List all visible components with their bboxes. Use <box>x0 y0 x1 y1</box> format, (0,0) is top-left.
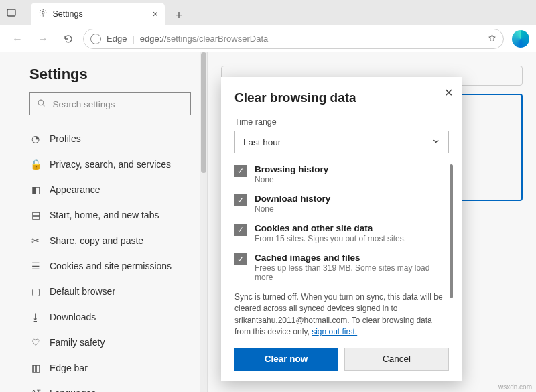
family-icon: ♡ <box>29 337 42 348</box>
sidebar-item-edge-bar[interactable]: ▥Edge bar <box>29 355 191 381</box>
sidebar-item-label: Share, copy and paste <box>50 235 143 246</box>
sidebar-item-default-browser[interactable]: ▢Default browser <box>29 279 191 304</box>
search-icon <box>37 99 46 110</box>
dialog-title: Clear browsing data <box>234 90 449 105</box>
data-type-title: Browsing history <box>255 164 328 174</box>
sidebar-item-label: Languages <box>50 388 96 392</box>
search-placeholder: Search settings <box>53 99 115 109</box>
sidebar-item-downloads[interactable]: ⭳Downloads <box>29 304 191 330</box>
close-dialog-button[interactable]: ✕ <box>444 86 453 99</box>
edgebar-icon: ▥ <box>29 363 42 373</box>
user-icon: ◔ <box>29 133 42 144</box>
clear-now-button[interactable]: Clear now <box>234 348 338 371</box>
data-type-desc: None <box>255 175 328 184</box>
time-range-label: Time range <box>234 117 449 127</box>
dialog-scrollbar[interactable] <box>450 164 453 298</box>
sidebar-item-label: Profiles <box>50 133 81 144</box>
forward-button: → <box>32 28 54 50</box>
sidebar-item-label: Cookies and site permissions <box>50 261 172 271</box>
checkbox[interactable]: ✓ <box>234 253 247 265</box>
data-type-title: Download history <box>255 194 330 204</box>
sidebar-item-languages[interactable]: AᵀLanguages <box>29 381 191 392</box>
data-type-desc: None <box>255 204 330 214</box>
sidebar-item-share-copy-and-paste[interactable]: ✂Share, copy and paste <box>29 228 191 253</box>
sidebar-item-cookies-and-site-permissions[interactable]: ☰Cookies and site permissions <box>29 253 191 279</box>
sidebar-item-start-home-and-new-tabs[interactable]: ▤Start, home, and new tabs <box>29 202 191 228</box>
data-type-desc: From 15 sites. Signs you out of most sit… <box>255 234 406 243</box>
watermark: wsxdn.com <box>498 383 532 391</box>
cancel-button[interactable]: Cancel <box>344 348 449 371</box>
sign-out-link[interactable]: sign out first. <box>312 327 357 336</box>
edge-icon <box>90 34 101 44</box>
svg-point-2 <box>38 100 44 105</box>
appearance-icon: ◧ <box>29 184 42 195</box>
address-bar[interactable]: Edge | edge://settings/clearBrowserData <box>83 29 504 49</box>
cookies-icon: ☰ <box>29 261 42 271</box>
data-type-row: ✓Browsing historyNone <box>234 164 449 184</box>
data-type-row: ✓Cookies and other site dataFrom 15 site… <box>234 223 449 243</box>
sidebar-item-label: Default browser <box>50 286 115 297</box>
window-titlebar: Settings × + <box>0 0 536 25</box>
time-range-select[interactable]: Last hour <box>234 131 449 153</box>
sidebar-item-privacy-search-and-services[interactable]: 🔒Privacy, search, and services <box>29 151 191 177</box>
favorite-button[interactable] <box>488 34 496 44</box>
svg-point-1 <box>42 12 44 15</box>
sidebar-item-label: Family safety <box>50 337 105 348</box>
sidebar-item-family-safety[interactable]: ♡Family safety <box>29 330 191 355</box>
new-tab-button[interactable]: + <box>169 5 189 25</box>
tabs-icon: ▤ <box>29 210 42 220</box>
sidebar-item-label: Start, home, and new tabs <box>50 210 159 220</box>
sidebar-scrollbar[interactable] <box>200 52 207 392</box>
sidebar-item-label: Appearance <box>50 184 100 195</box>
profile-button[interactable] <box>512 30 529 48</box>
close-tab-button[interactable]: × <box>153 9 158 19</box>
sidebar-item-profiles[interactable]: ◔Profiles <box>29 126 191 151</box>
sidebar-item-appearance[interactable]: ◧Appearance <box>29 177 191 202</box>
back-button[interactable]: ← <box>7 28 28 50</box>
sidebar-item-label: Edge bar <box>50 363 88 373</box>
browser-tab[interactable]: Settings × <box>31 3 165 25</box>
data-type-title: Cookies and other site data <box>255 223 406 233</box>
search-settings-input[interactable]: Search settings <box>29 92 191 115</box>
browser-icon: ▢ <box>29 286 42 297</box>
checkbox[interactable]: ✓ <box>234 194 247 206</box>
checkbox[interactable]: ✓ <box>234 165 247 177</box>
data-type-row: ✓Cached images and filesFrees up less th… <box>234 253 449 282</box>
language-icon: Aᵀ <box>29 388 42 392</box>
tab-overview-button[interactable] <box>5 7 17 19</box>
tab-title: Settings <box>53 9 83 19</box>
svg-rect-0 <box>7 9 15 16</box>
sidebar-item-label: Privacy, search, and services <box>50 159 171 170</box>
data-type-desc: Frees up less than 319 MB. Some sites ma… <box>255 263 449 282</box>
settings-sidebar: Settings Search settings ◔Profiles🔒Priva… <box>0 52 208 392</box>
page-title: Settings <box>29 66 191 83</box>
checkbox[interactable]: ✓ <box>234 224 247 236</box>
share-icon: ✂ <box>29 235 42 246</box>
clear-browsing-data-dialog: ✕ Clear browsing data Time range Last ho… <box>221 77 462 381</box>
sidebar-item-label: Downloads <box>50 312 96 322</box>
site-label: Edge <box>107 34 127 44</box>
chevron-down-icon <box>431 137 441 148</box>
sync-note: Sync is turned off. When you turn on syn… <box>234 291 449 338</box>
gear-icon <box>39 9 48 19</box>
download-icon: ⭳ <box>29 312 42 322</box>
data-type-title: Cached images and files <box>255 253 449 263</box>
lock-icon: 🔒 <box>29 159 42 170</box>
refresh-button[interactable] <box>58 28 79 50</box>
browser-toolbar: ← → Edge | edge://settings/clearBrowserD… <box>0 25 536 52</box>
data-type-row: ✓Download historyNone <box>234 194 449 214</box>
divider: | <box>132 34 134 44</box>
